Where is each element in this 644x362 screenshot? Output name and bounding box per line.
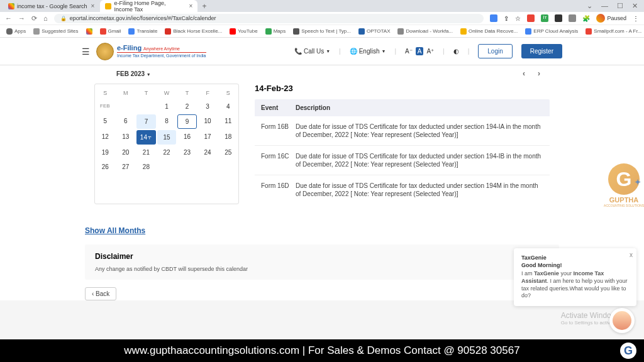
watermark: G GUPTHA ACCOUNTING SOLUTIONS xyxy=(604,163,644,207)
back-icon[interactable]: ← xyxy=(5,14,12,23)
header-right: 📞 Call Us ▼ | 🌐 English ▼ | A⁻ A A⁺ | ◐ … xyxy=(294,44,562,58)
efiling-icon xyxy=(105,3,111,9)
calendar-day-outlined[interactable]: 9 xyxy=(177,114,197,129)
bookmark-optotax[interactable]: OPTOTAX xyxy=(358,28,391,35)
calendar-day[interactable]: 16 xyxy=(177,129,197,145)
call-us-dropdown[interactable]: 📞 Call Us ▼ xyxy=(294,48,330,55)
tab-efiling[interactable]: e-Filing Home Page, Income Tax × xyxy=(100,0,197,12)
bookmark-youtube[interactable]: YouTube xyxy=(230,28,257,35)
forward-icon[interactable]: → xyxy=(18,14,25,23)
close-icon[interactable]: x xyxy=(630,251,633,259)
calendar-day[interactable]: 2 xyxy=(177,99,197,114)
calendar-day[interactable]: 28 xyxy=(136,160,157,174)
next-month-icon[interactable]: › xyxy=(538,69,540,78)
maps-icon xyxy=(265,28,272,35)
bookmark-erpcloud[interactable]: ERP Cloud Analysis xyxy=(525,28,578,35)
page-header: ☰ e-Filing Anywhere Anytime Income Tax D… xyxy=(0,38,644,65)
expand-icon[interactable]: ⌄ xyxy=(587,2,592,10)
calendar-day[interactable]: 20 xyxy=(116,145,136,160)
logo[interactable]: e-Filing Anywhere Anytime Income Tax Dep… xyxy=(96,43,206,60)
calendar-day[interactable]: 12 xyxy=(95,129,116,145)
calendar-day[interactable]: 1 xyxy=(157,99,177,114)
puzzle-icon[interactable]: 🧩 xyxy=(582,15,590,22)
calendar-day[interactable]: 23 xyxy=(177,145,197,160)
reload-icon[interactable]: ⟳ xyxy=(31,14,37,23)
ext-icon[interactable] xyxy=(555,14,562,22)
url-field[interactable]: 🔒 eportal.incometax.gov.in/iec/foservice… xyxy=(54,14,484,23)
calendar-row: 26 27 28 xyxy=(95,160,238,174)
calendar-day[interactable]: 22 xyxy=(157,145,177,160)
calendar-day[interactable]: 26 xyxy=(95,160,116,174)
column-event: Event xyxy=(261,104,296,111)
register-button[interactable]: Register xyxy=(521,44,562,58)
footer-banner: www.gupthaaccountingsolutions.com | For … xyxy=(0,339,644,362)
prev-month-icon[interactable]: ‹ xyxy=(523,69,525,78)
calendar-day-highlighted[interactable]: 7 xyxy=(136,114,156,129)
calendar-day[interactable]: 10 xyxy=(197,114,218,129)
calendar-day[interactable]: 6 xyxy=(116,114,136,129)
calendar-day[interactable]: 27 xyxy=(116,160,136,174)
bookmark-gmail[interactable]: Gmail xyxy=(100,28,121,35)
calendar-row: 12 13 14⥾ 15 16 17 18 xyxy=(95,129,238,145)
new-tab-button[interactable]: + xyxy=(202,2,206,11)
apps-icon xyxy=(6,28,13,35)
language-dropdown[interactable]: 🌐 English ▼ xyxy=(350,48,386,55)
google-icon[interactable] xyxy=(86,28,92,35)
tab-title: income tax - Google Search xyxy=(17,3,87,9)
menu-icon[interactable]: ⋮ xyxy=(633,15,639,22)
minimize-icon[interactable]: — xyxy=(601,2,608,10)
bookmark-apps[interactable]: Apps xyxy=(6,28,26,35)
chevron-down-icon: ▼ xyxy=(147,72,151,77)
calendar-day[interactable]: 13 xyxy=(116,129,136,145)
bookmark-maps[interactable]: Maps xyxy=(265,28,286,35)
bookmark-speech[interactable]: Speech to Text | Typ... xyxy=(293,28,351,35)
star-icon[interactable]: ☆ xyxy=(515,15,521,22)
event-row: Form 16C Due date for issue of TDS Certi… xyxy=(255,146,550,175)
calendar-day[interactable]: 25 xyxy=(218,145,238,160)
taxgenie-popup: x TaxGenie Good Morning! I am TaxGenie y… xyxy=(514,248,636,306)
calendar-day[interactable]: 4 xyxy=(218,99,238,114)
close-icon[interactable]: × xyxy=(91,3,95,9)
profile-paused[interactable]: Paused xyxy=(596,14,626,23)
bookmark-onlinedata[interactable]: Online Data Recove... xyxy=(460,28,518,35)
bookmark-blackhorse[interactable]: Black Horse Excelle... xyxy=(165,28,222,35)
font-normal[interactable]: A xyxy=(416,47,424,55)
home-icon[interactable]: ⌂ xyxy=(43,14,48,23)
contrast-icon[interactable]: ◐ xyxy=(453,48,459,55)
share-icon[interactable]: ⇪ xyxy=(504,15,509,22)
hamburger-icon[interactable]: ☰ xyxy=(82,47,90,57)
calendar-day[interactable]: 18 xyxy=(218,129,238,145)
taxgenie-avatar-button[interactable] xyxy=(609,308,635,333)
font-increase[interactable]: A⁺ xyxy=(426,48,434,55)
emblem-icon xyxy=(96,43,114,60)
bookmark-suggested[interactable]: Suggested Sites xyxy=(33,28,78,35)
bookmark-workfa[interactable]: Download - Workfa... xyxy=(397,28,453,35)
calendar-day[interactable]: 11 xyxy=(218,114,238,129)
ext-icon[interactable]: Iт xyxy=(541,14,548,22)
calendar-day-highlighted[interactable]: 15 xyxy=(157,130,177,145)
download-icon xyxy=(397,28,404,35)
login-button[interactable]: Login xyxy=(478,44,512,58)
tab-google[interactable]: income tax - Google Search × xyxy=(3,0,99,12)
calendar-day[interactable]: 8 xyxy=(157,114,177,129)
maximize-icon[interactable]: ☐ xyxy=(617,2,623,10)
calendar-day[interactable]: 17 xyxy=(197,129,218,145)
close-icon[interactable]: × xyxy=(189,3,193,9)
calendar-day-selected[interactable]: 14⥾ xyxy=(136,130,156,145)
back-button[interactable]: ‹ Back xyxy=(85,287,116,300)
close-window-icon[interactable]: ✕ xyxy=(632,2,638,10)
month-label[interactable]: FEB 2023 ▼ xyxy=(116,70,151,77)
calendar-day[interactable]: 21 xyxy=(136,145,157,160)
bookmark-translate[interactable]: Translate xyxy=(128,28,157,35)
calendar-day[interactable]: 5 xyxy=(95,114,116,129)
font-decrease[interactable]: A⁻ xyxy=(405,48,413,55)
calendar-day[interactable]: 19 xyxy=(95,145,116,160)
bookmark-smallpdf[interactable]: Smallpdf.com - A Fr... xyxy=(586,28,641,35)
calendar-day[interactable]: 24 xyxy=(197,145,218,160)
ext-icon[interactable] xyxy=(490,14,497,22)
ext-icon[interactable] xyxy=(569,14,576,22)
ext-icon[interactable] xyxy=(527,14,535,22)
tab-title: e-Filing Home Page, Income Tax xyxy=(114,0,185,13)
calendar-day[interactable]: 3 xyxy=(197,99,218,114)
show-all-months-link[interactable]: Show All Months xyxy=(85,226,559,235)
